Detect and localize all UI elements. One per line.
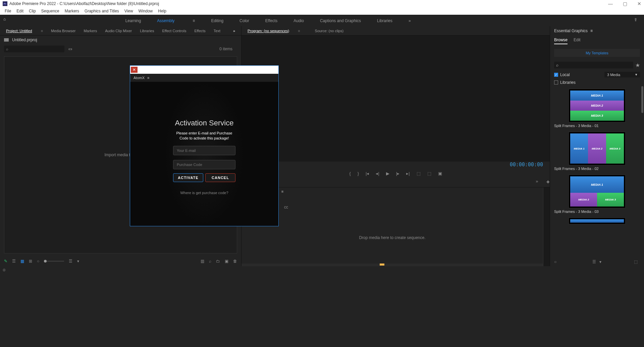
menu-markers[interactable]: Markers: [63, 8, 81, 14]
menu-graphics[interactable]: Graphics and Titles: [83, 8, 121, 14]
timeline-drop-zone[interactable]: Drop media here to create sequence.: [241, 212, 543, 264]
mark-in-icon[interactable]: {: [349, 171, 351, 176]
mark-out-icon[interactable]: }: [358, 171, 359, 176]
eg-zoom-handle-icon[interactable]: ○: [554, 259, 556, 264]
workspace-menu-icon[interactable]: ≡: [188, 16, 200, 26]
go-to-out-icon[interactable]: ▸|: [406, 171, 410, 176]
share-icon[interactable]: ⇪: [634, 17, 641, 24]
tabs-overflow-icon[interactable]: »: [230, 27, 238, 34]
zoom-slider-handle-icon[interactable]: ○: [37, 259, 39, 264]
find-icon[interactable]: ⌕: [209, 259, 211, 264]
cc-icon[interactable]: cc: [284, 205, 288, 211]
workspace-libraries[interactable]: Libraries: [372, 16, 397, 26]
menu-help[interactable]: Help: [156, 8, 168, 14]
eg-scrollbar[interactable]: [641, 86, 643, 113]
freeform-view-icon[interactable]: ⊞: [29, 259, 32, 264]
template-item[interactable]: MEDIA 1 MEDIA 2 MEDIA 3 Split Frames - 3…: [554, 132, 640, 172]
timeline-vscroll[interactable]: [543, 187, 550, 266]
eg-sort-icon[interactable]: ☰: [592, 259, 596, 264]
play-icon[interactable]: ▶: [386, 171, 389, 176]
menu-edit[interactable]: Edit: [14, 8, 25, 14]
list-view-icon[interactable]: ☰: [12, 259, 16, 264]
playhead-icon[interactable]: [380, 264, 384, 266]
program-menu-icon[interactable]: ≡: [294, 27, 303, 34]
workspace-assembly[interactable]: Assembly: [152, 16, 179, 26]
workspace-captions[interactable]: Captions and Graphics: [315, 16, 366, 26]
menu-view[interactable]: View: [122, 8, 135, 14]
new-bin-button-icon[interactable]: 🗀: [216, 259, 220, 264]
go-to-in-icon[interactable]: |◂: [366, 171, 369, 176]
menu-clip[interactable]: Clip: [27, 8, 38, 14]
sort-dropdown-icon[interactable]: ▾: [77, 259, 79, 264]
menu-sequence[interactable]: Sequence: [39, 8, 61, 14]
automate-icon[interactable]: ▥: [201, 259, 204, 264]
program-timecode[interactable]: 00:00:00:00: [241, 162, 550, 170]
extract-icon[interactable]: ⬚: [427, 171, 431, 176]
workspace-audio[interactable]: Audio: [289, 16, 309, 26]
maximize-button[interactable]: ▢: [623, 1, 627, 6]
timeline-timecode[interactable]: :00:00: [241, 195, 543, 204]
workspace-learning[interactable]: Learning: [121, 16, 146, 26]
menu-window[interactable]: Window: [137, 8, 155, 14]
purchase-code-field[interactable]: [173, 160, 235, 169]
icon-view-icon[interactable]: ▦: [20, 259, 24, 264]
new-item-icon[interactable]: ▣: [225, 259, 228, 264]
email-field[interactable]: [173, 146, 235, 155]
minimize-button[interactable]: —: [608, 1, 613, 6]
dialog-titlebar[interactable]: ✕: [130, 66, 278, 74]
eg-sort-dropdown-icon[interactable]: ▾: [599, 259, 601, 264]
atomx-menu-icon[interactable]: ≡: [147, 76, 149, 80]
tab-project[interactable]: Project: Untitled: [3, 27, 36, 34]
tab-libraries[interactable]: Libraries: [137, 27, 157, 34]
template-item[interactable]: MEDIA 1 MEDIA 2 MEDIA 3 Split Frames - 3…: [554, 175, 640, 215]
eg-menu-icon[interactable]: ≡: [590, 28, 593, 33]
eg-tab-browse[interactable]: Browse: [554, 38, 568, 44]
tab-effects[interactable]: Effects: [191, 27, 209, 34]
workspace-editing[interactable]: Editing: [206, 16, 228, 26]
lift-icon[interactable]: ⬚: [417, 171, 421, 176]
libraries-checkbox[interactable]: [554, 80, 558, 84]
tab-source[interactable]: Source: (no clips): [312, 27, 347, 34]
add-button-icon[interactable]: +: [546, 179, 550, 186]
panel-menu-icon[interactable]: ≡: [38, 27, 46, 34]
step-back-icon[interactable]: ◂|: [376, 171, 379, 176]
cancel-button[interactable]: CANCEL: [205, 173, 235, 182]
dialog-close-button[interactable]: ✕: [131, 67, 138, 73]
close-window-button[interactable]: ✕: [637, 1, 641, 6]
favorite-star-icon[interactable]: ★: [635, 62, 640, 68]
timeline-ruler[interactable]: [241, 264, 543, 266]
project-search-input[interactable]: ⌕: [4, 46, 64, 52]
workspace-color[interactable]: Color: [235, 16, 254, 26]
zoom-slider[interactable]: [44, 261, 64, 262]
activate-button[interactable]: ACTIVATE: [173, 173, 203, 182]
eg-search-input[interactable]: ⌕: [554, 62, 633, 68]
local-checkbox[interactable]: ✓: [554, 73, 558, 77]
timeline-menu-icon[interactable]: ≡: [281, 189, 283, 193]
export-frame-icon[interactable]: ▣: [438, 171, 442, 176]
workspace-overflow-icon[interactable]: »: [404, 16, 416, 26]
my-templates-button[interactable]: My Templates: [554, 49, 640, 57]
install-template-icon[interactable]: ⬚: [634, 259, 640, 264]
pencil-icon[interactable]: ✎: [4, 259, 7, 264]
filter-dropdown[interactable]: 3 Media ▾: [604, 72, 640, 77]
menu-file[interactable]: File: [3, 8, 13, 14]
sort-icon[interactable]: ☰: [69, 259, 72, 264]
tab-effect-controls[interactable]: Effect Controls: [159, 27, 190, 34]
workspace-effects[interactable]: Effects: [261, 16, 282, 26]
home-icon[interactable]: ⌂: [3, 17, 11, 25]
template-item[interactable]: MEDIA 1 MEDIA 2 MEDIA 3 Split Frames - 3…: [554, 89, 640, 129]
eg-tab-edit[interactable]: Edit: [574, 38, 581, 44]
trash-icon[interactable]: 🗑: [233, 259, 237, 264]
tab-program[interactable]: Program: (no sequences): [244, 27, 292, 34]
template-item[interactable]: [554, 218, 640, 224]
tab-markers[interactable]: Markers: [80, 27, 100, 34]
button-editor-overflow-icon[interactable]: »: [536, 179, 538, 186]
new-bin-icon[interactable]: ▭: [68, 47, 72, 51]
tab-text[interactable]: Text: [210, 27, 224, 34]
step-forward-icon[interactable]: |▸: [396, 171, 399, 176]
my-templates-label: My Templates: [554, 49, 640, 57]
tab-audio-clip-mixer[interactable]: Audio Clip Mixer: [102, 27, 135, 34]
tab-media-browser[interactable]: Media Browser: [48, 27, 79, 34]
purchase-code-help-link[interactable]: Where is get purchase code?: [180, 191, 228, 195]
creative-cloud-icon[interactable]: ◎: [3, 268, 6, 272]
